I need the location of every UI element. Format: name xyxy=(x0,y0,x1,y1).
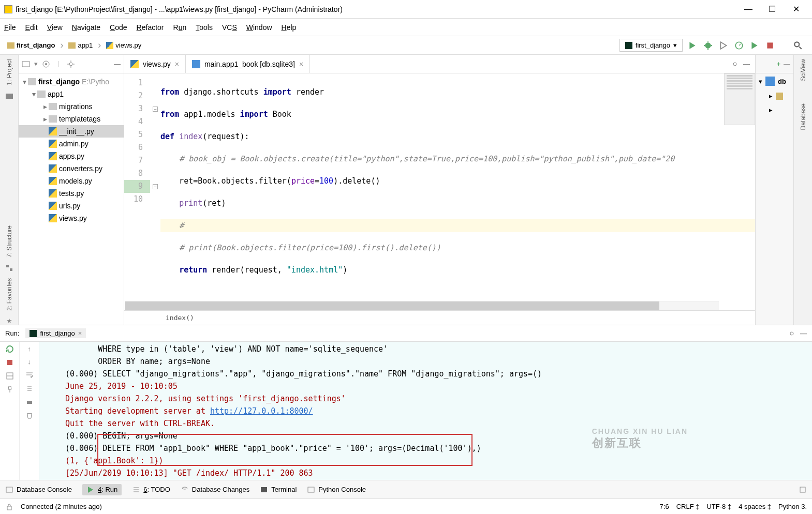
tab-db[interactable]: main.app1_book [db.sqlite3]× xyxy=(186,55,310,73)
tree-file-init[interactable]: __init__.py xyxy=(19,125,124,138)
pin-icon[interactable] xyxy=(6,385,14,394)
project-tool-window: ▾ — ▾first_django E:\Pytho ▾app1 ▸migrat… xyxy=(19,55,124,325)
bb-python-console[interactable]: Python Console xyxy=(307,486,366,494)
tree-templatetags[interactable]: ▸templatetags xyxy=(19,113,124,125)
lock-icon[interactable] xyxy=(5,503,13,511)
code-editor[interactable]: 12345678910 −− from django.shortcuts imp… xyxy=(124,73,755,301)
hide-button[interactable]: — xyxy=(800,329,807,337)
status-python[interactable]: Python 3. xyxy=(778,503,807,510)
breadcrumb-app1[interactable]: app1 xyxy=(65,40,96,50)
add-icon[interactable]: + xyxy=(776,60,780,68)
menu-run[interactable]: Run xyxy=(173,23,187,32)
svg-point-3 xyxy=(794,42,799,47)
menu-edit[interactable]: Edit xyxy=(25,23,38,32)
breadcrumb-views[interactable]: views.py xyxy=(103,40,144,50)
code-breadcrumb[interactable]: index() xyxy=(124,310,755,325)
hide-button[interactable]: — xyxy=(743,60,750,68)
status-encoding[interactable]: UTF-8 ‡ xyxy=(706,503,731,510)
event-log-icon[interactable] xyxy=(799,486,807,494)
tree-file-tests[interactable]: tests.py xyxy=(19,187,124,200)
hide-button[interactable]: — xyxy=(114,60,121,68)
tree-file-urls[interactable]: urls.py xyxy=(19,200,124,212)
rail-structure[interactable]: 7: Structure xyxy=(6,225,13,258)
menu-refactor[interactable]: Refactor xyxy=(137,23,164,32)
tab-views[interactable]: views.py× xyxy=(124,55,186,73)
rail-project[interactable]: 1: Project xyxy=(6,59,13,85)
db-schema[interactable]: ▸ xyxy=(756,89,793,103)
tree-app1[interactable]: ▾app1 xyxy=(19,88,124,100)
gear-icon[interactable] xyxy=(788,329,796,338)
close-icon[interactable]: × xyxy=(299,60,303,68)
stop-icon[interactable] xyxy=(765,41,775,50)
debug-icon[interactable] xyxy=(703,41,713,50)
tree-file-models[interactable]: models.py xyxy=(19,175,124,187)
fold-gutter[interactable]: −− xyxy=(150,73,160,301)
tree-file-views[interactable]: views.py xyxy=(19,212,124,224)
server-url-link[interactable]: http://127.0.0.1:8000/ xyxy=(210,406,313,416)
python-icon xyxy=(49,202,57,210)
gear-icon[interactable] xyxy=(731,60,739,68)
breadcrumb-root[interactable]: first_django xyxy=(4,40,58,50)
rail-database[interactable]: Database xyxy=(800,103,807,130)
run-config-selector[interactable]: first_django ▾ xyxy=(619,39,683,52)
print-icon[interactable] xyxy=(25,398,34,406)
rail-favorites[interactable]: 2: Favorites xyxy=(6,278,13,311)
stop-icon[interactable] xyxy=(6,358,14,367)
maximize-button[interactable]: ☐ xyxy=(760,2,784,17)
trash-icon[interactable] xyxy=(25,411,34,419)
project-view-icon[interactable] xyxy=(22,60,30,68)
menu-view[interactable]: View xyxy=(47,23,63,32)
chevron-down-icon[interactable]: ▾ xyxy=(34,60,38,68)
rerun-icon[interactable] xyxy=(6,345,14,353)
profile-icon[interactable] xyxy=(734,41,744,50)
project-tree[interactable]: ▾first_django E:\Pytho ▾app1 ▸migrations… xyxy=(19,73,124,325)
run-tools-console: ↑ ↓ xyxy=(20,342,39,480)
menu-help[interactable]: Help xyxy=(282,23,297,32)
gear-icon[interactable] xyxy=(67,60,75,68)
tree-migrations[interactable]: ▸migrations xyxy=(19,100,124,113)
tree-file-apps[interactable]: apps.py xyxy=(19,150,124,162)
close-icon[interactable]: × xyxy=(175,60,179,68)
search-icon[interactable] xyxy=(793,41,803,50)
menu-tools[interactable]: Tools xyxy=(196,23,213,32)
down-icon[interactable]: ↓ xyxy=(27,358,31,366)
run-icon[interactable] xyxy=(688,41,697,50)
coverage-icon[interactable] xyxy=(719,41,728,50)
target-icon[interactable] xyxy=(42,60,50,68)
menu-file[interactable]: File xyxy=(4,23,16,32)
menu-vcs[interactable]: VCS xyxy=(222,23,237,32)
close-icon[interactable]: × xyxy=(78,329,82,337)
concurrency-icon[interactable] xyxy=(750,41,759,50)
up-icon[interactable]: ↑ xyxy=(27,345,31,353)
menu-code[interactable]: Code xyxy=(110,23,127,32)
close-button[interactable]: ✕ xyxy=(784,2,808,17)
tree-file-admin[interactable]: admin.py xyxy=(19,138,124,150)
status-indent[interactable]: 4 spaces ‡ xyxy=(739,503,771,510)
scroll-icon[interactable] xyxy=(25,384,34,392)
run-tab[interactable]: first_django× xyxy=(25,328,86,338)
bb-todo[interactable]: 6: TODO xyxy=(132,486,170,494)
horizontal-scrollbar[interactable] xyxy=(125,301,719,310)
bb-terminal[interactable]: Terminal xyxy=(260,486,297,494)
tree-root[interactable]: ▾first_django E:\Pytho xyxy=(19,75,124,88)
status-position[interactable]: 7:6 xyxy=(660,503,669,510)
tree-file-converters[interactable]: converters.py xyxy=(19,162,124,175)
minimize-button[interactable]: — xyxy=(736,2,760,17)
wrap-icon[interactable] xyxy=(25,371,34,379)
menu-navigate[interactable]: Navigate xyxy=(72,23,100,32)
layout-icon[interactable] xyxy=(6,372,14,380)
db-item[interactable]: ▾db xyxy=(756,73,793,89)
bb-database-console[interactable]: Database Console xyxy=(5,486,72,494)
bb-db-changes[interactable]: Database Changes xyxy=(181,486,249,494)
rail-sciview[interactable]: SciView xyxy=(800,59,807,81)
code-text[interactable]: from django.shortcuts import render from… xyxy=(160,73,755,301)
db-collation[interactable]: ▸ xyxy=(756,103,793,117)
svg-rect-7 xyxy=(22,62,29,67)
console-output[interactable]: WHERE type in ('table', 'view') AND NOT … xyxy=(39,342,812,480)
status-line-sep[interactable]: CRLF ‡ xyxy=(676,503,700,510)
bb-run[interactable]: 4: Run xyxy=(82,484,122,495)
minimap[interactable] xyxy=(724,73,755,125)
svg-rect-16 xyxy=(6,487,12,492)
menu-window[interactable]: Window xyxy=(246,23,272,32)
hide-button[interactable]: — xyxy=(784,60,790,68)
